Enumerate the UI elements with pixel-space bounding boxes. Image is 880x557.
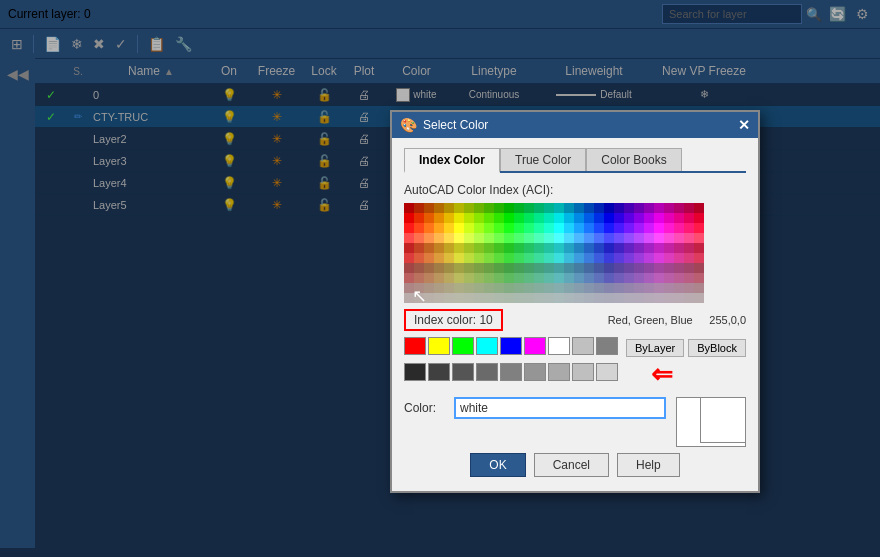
palette-color-cell[interactable] [644, 213, 654, 223]
palette-color-cell[interactable] [594, 293, 604, 303]
palette-color-cell[interactable] [504, 203, 514, 213]
palette-color-cell[interactable] [404, 293, 414, 303]
palette-color-cell[interactable] [414, 243, 424, 253]
palette-color-cell[interactable] [624, 243, 634, 253]
palette-color-cell[interactable] [584, 293, 594, 303]
std-color-cell[interactable] [452, 337, 474, 355]
palette-color-cell[interactable] [414, 263, 424, 273]
palette-color-cell[interactable] [664, 213, 674, 223]
palette-color-cell[interactable] [554, 213, 564, 223]
palette-color-cell[interactable] [464, 293, 474, 303]
palette-color-cell[interactable] [404, 283, 414, 293]
palette-color-cell[interactable] [694, 223, 704, 233]
palette-color-cell[interactable] [484, 283, 494, 293]
palette-color-cell[interactable] [434, 263, 444, 273]
palette-color-cell[interactable] [454, 233, 464, 243]
palette-color-cell[interactable] [604, 283, 614, 293]
palette-color-cell[interactable] [504, 273, 514, 283]
palette-color-cell[interactable] [624, 273, 634, 283]
palette-color-cell[interactable] [404, 213, 414, 223]
gray-color-cell[interactable] [452, 363, 474, 381]
palette-color-cell[interactable] [434, 253, 444, 263]
palette-color-cell[interactable] [634, 243, 644, 253]
palette-color-cell[interactable] [474, 283, 484, 293]
palette-color-cell[interactable] [674, 263, 684, 273]
palette-color-cell[interactable] [464, 203, 474, 213]
palette-color-cell[interactable] [404, 273, 414, 283]
palette-color-cell[interactable] [664, 273, 674, 283]
palette-color-cell[interactable] [544, 203, 554, 213]
palette-color-cell[interactable] [494, 243, 504, 253]
palette-color-cell[interactable] [584, 223, 594, 233]
palette-color-cell[interactable] [654, 203, 664, 213]
palette-color-cell[interactable] [494, 263, 504, 273]
palette-color-cell[interactable] [604, 213, 614, 223]
palette-color-cell[interactable] [594, 263, 604, 273]
palette-color-cell[interactable] [584, 203, 594, 213]
palette-color-cell[interactable] [474, 213, 484, 223]
palette-color-cell[interactable] [534, 223, 544, 233]
palette-color-cell[interactable] [624, 203, 634, 213]
palette-color-cell[interactable] [454, 263, 464, 273]
palette-color-cell[interactable] [464, 243, 474, 253]
palette-color-cell[interactable] [524, 253, 534, 263]
palette-color-cell[interactable] [694, 203, 704, 213]
palette-color-cell[interactable] [614, 273, 624, 283]
palette-color-cell[interactable] [484, 253, 494, 263]
palette-color-cell[interactable] [434, 223, 444, 233]
palette-color-cell[interactable] [684, 213, 694, 223]
palette-color-cell[interactable] [654, 283, 664, 293]
palette-color-cell[interactable] [564, 283, 574, 293]
palette-color-cell[interactable] [514, 213, 524, 223]
palette-color-cell[interactable] [544, 283, 554, 293]
palette-color-cell[interactable] [584, 243, 594, 253]
palette-color-cell[interactable] [474, 203, 484, 213]
gray-color-cell[interactable] [548, 363, 570, 381]
palette-color-cell[interactable] [584, 233, 594, 243]
palette-color-cell[interactable] [494, 233, 504, 243]
palette-color-cell[interactable] [444, 233, 454, 243]
palette-color-cell[interactable] [404, 203, 414, 213]
palette-color-cell[interactable] [474, 263, 484, 273]
palette-color-cell[interactable] [494, 203, 504, 213]
palette-color-cell[interactable] [574, 213, 584, 223]
palette-color-cell[interactable] [454, 293, 464, 303]
palette-color-cell[interactable] [514, 233, 524, 243]
palette-color-cell[interactable] [524, 293, 534, 303]
palette-color-cell[interactable] [614, 293, 624, 303]
palette-color-cell[interactable] [524, 233, 534, 243]
palette-color-cell[interactable] [654, 273, 664, 283]
palette-color-cell[interactable] [444, 283, 454, 293]
palette-color-cell[interactable] [674, 293, 684, 303]
palette-color-cell[interactable] [694, 293, 704, 303]
palette-color-cell[interactable] [594, 233, 604, 243]
palette-color-cell[interactable] [434, 273, 444, 283]
palette-color-cell[interactable] [454, 253, 464, 263]
palette-color-cell[interactable] [474, 293, 484, 303]
palette-color-cell[interactable] [644, 223, 654, 233]
cancel-button[interactable]: Cancel [534, 453, 609, 477]
palette-color-cell[interactable] [664, 263, 674, 273]
palette-color-cell[interactable] [654, 253, 664, 263]
gray-color-cell[interactable] [572, 363, 594, 381]
palette-color-cell[interactable] [524, 223, 534, 233]
palette-color-cell[interactable] [514, 223, 524, 233]
palette-color-cell[interactable] [414, 233, 424, 243]
palette-color-cell[interactable] [564, 223, 574, 233]
std-color-cell[interactable] [476, 337, 498, 355]
palette-color-cell[interactable] [444, 243, 454, 253]
palette-color-cell[interactable] [554, 293, 564, 303]
palette-color-cell[interactable] [554, 243, 564, 253]
palette-color-cell[interactable] [474, 253, 484, 263]
palette-color-cell[interactable] [554, 253, 564, 263]
palette-color-cell[interactable] [594, 253, 604, 263]
palette-color-cell[interactable] [424, 293, 434, 303]
palette-color-cell[interactable] [634, 283, 644, 293]
palette-color-cell[interactable] [644, 293, 654, 303]
std-color-cell[interactable] [428, 337, 450, 355]
gray-color-cell[interactable] [500, 363, 522, 381]
palette-color-cell[interactable] [664, 253, 674, 263]
palette-color-cell[interactable] [564, 293, 574, 303]
palette-color-cell[interactable] [484, 263, 494, 273]
palette-color-cell[interactable] [494, 213, 504, 223]
